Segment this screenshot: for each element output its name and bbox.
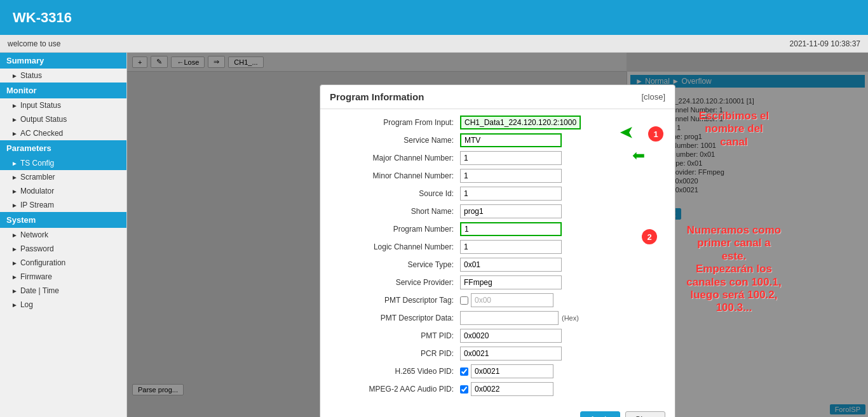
program-from-input-label: Program From Input: bbox=[333, 118, 460, 127]
field-pmt-descriptor-data: PMT Descriptor Data: (Hex) bbox=[333, 311, 662, 325]
sidebar-item-label: Log bbox=[20, 300, 33, 309]
sidebar-item-label: Scrambler bbox=[20, 173, 55, 182]
program-from-input-field[interactable] bbox=[460, 116, 581, 129]
sidebar-item-modulator[interactable]: ► Modulator bbox=[0, 184, 126, 198]
minor-channel-label: Minor Channel Number: bbox=[333, 171, 460, 180]
major-channel-label: Major Channel Number: bbox=[333, 154, 460, 162]
service-provider-field[interactable] bbox=[460, 275, 562, 289]
sidebar-item-log[interactable]: ► Log bbox=[0, 298, 126, 312]
h265-pid-field[interactable] bbox=[471, 364, 553, 378]
sidebar-item-label: Configuration bbox=[20, 258, 65, 267]
source-id-field[interactable] bbox=[460, 187, 562, 201]
close-button[interactable]: Close bbox=[625, 411, 665, 417]
field-mpeg2-pid: MPEG-2 AAC Audio PID: bbox=[333, 382, 662, 396]
sidebar-item-label: Date | Time bbox=[20, 286, 59, 295]
short-name-field[interactable] bbox=[460, 204, 562, 218]
dialog-title: Program Information bbox=[330, 91, 424, 102]
content-area: + ✎ ←Lose ⇒ CH1_... ► Normal ► Overflow … bbox=[127, 53, 868, 417]
dialog-close-link[interactable]: [close] bbox=[641, 92, 665, 102]
sidebar-item-label: AC Checked bbox=[20, 129, 63, 138]
sidebar-item-ts-config[interactable]: ► TS Config bbox=[0, 156, 126, 170]
sidebar-item-input-status[interactable]: ► Input Status bbox=[0, 98, 126, 112]
major-channel-field[interactable] bbox=[460, 151, 562, 165]
field-major-channel: Major Channel Number: bbox=[333, 151, 662, 165]
source-id-label: Source Id: bbox=[333, 189, 460, 198]
sidebar-item-output-status[interactable]: ► Output Status bbox=[0, 112, 126, 126]
pmt-descriptor-tag-label: PMT Descriptor Tag: bbox=[333, 296, 460, 305]
sidebar-item-network[interactable]: ► Network bbox=[0, 228, 126, 242]
sidebar-item-ip-stream[interactable]: ► IP Stream bbox=[0, 198, 126, 212]
sidebar-item-label: Password bbox=[20, 244, 54, 253]
sidebar-section-system: System bbox=[0, 212, 126, 228]
service-name-field[interactable] bbox=[460, 133, 562, 147]
arrow-icon: ► bbox=[11, 260, 18, 267]
service-provider-label: Service Provider: bbox=[333, 278, 460, 287]
pmt-descriptor-data-field[interactable] bbox=[460, 311, 559, 325]
field-short-name: Short Name: bbox=[333, 204, 662, 218]
field-logic-channel: Logic Channel Number: bbox=[333, 240, 662, 254]
field-pcr-pid: PCR PID: bbox=[333, 347, 662, 361]
sidebar-item-label: Status bbox=[20, 71, 42, 80]
sidebar-section-monitor: Monitor bbox=[0, 83, 126, 98]
field-pmt-pid: PMT PID: bbox=[333, 329, 662, 343]
logic-channel-label: Logic Channel Number: bbox=[333, 242, 460, 251]
mpeg2-pid-row bbox=[460, 382, 553, 396]
arrow-icon: ► bbox=[11, 202, 18, 209]
sidebar-item-label: TS Config bbox=[20, 159, 54, 168]
arrow-icon: ► bbox=[11, 174, 18, 181]
sidebar-item-label: Output Status bbox=[20, 115, 67, 124]
pmt-pid-field[interactable] bbox=[460, 329, 562, 343]
sidebar-item-ac-checked[interactable]: ► AC Checked bbox=[0, 126, 126, 140]
mpeg2-pid-checkbox[interactable] bbox=[460, 385, 468, 394]
arrow-icon: ► bbox=[11, 102, 18, 109]
arrow-icon: ► bbox=[11, 160, 18, 167]
program-info-dialog: Program Information [close] Program From… bbox=[320, 84, 675, 417]
h265-pid-row bbox=[460, 364, 553, 378]
arrow-icon: ► bbox=[11, 301, 18, 308]
field-minor-channel: Minor Channel Number: bbox=[333, 169, 662, 183]
hex-suffix: (Hex) bbox=[562, 314, 579, 322]
sidebar-item-datetime[interactable]: ► Date | Time bbox=[0, 284, 126, 298]
service-type-field[interactable] bbox=[460, 258, 562, 272]
pmt-descriptor-tag-row bbox=[460, 293, 553, 307]
arrow-icon: ► bbox=[11, 232, 18, 239]
callout-bubble-1: 1 bbox=[648, 126, 663, 142]
arrow-icon: ► bbox=[11, 116, 18, 123]
topbar: welcome to use 2021-11-09 10:38:37 bbox=[0, 35, 868, 53]
sidebar-item-label: IP Stream bbox=[20, 201, 54, 209]
sidebar-item-status[interactable]: ► Status bbox=[0, 69, 126, 83]
mpeg2-pid-label: MPEG-2 AAC Audio PID: bbox=[333, 385, 460, 394]
arrow-icon: ► bbox=[11, 130, 18, 137]
h265-pid-checkbox[interactable] bbox=[460, 367, 468, 376]
pcr-pid-field[interactable] bbox=[460, 347, 562, 361]
field-program-from-input: Program From Input: bbox=[333, 116, 662, 129]
app-header: WK-3316 bbox=[0, 0, 868, 35]
h265-pid-label: H.265 Video PID: bbox=[333, 367, 460, 376]
field-service-name: Service Name: bbox=[333, 133, 662, 147]
field-program-number: Program Number: bbox=[333, 222, 662, 236]
form-body: Program From Input: Service Name: Major … bbox=[320, 109, 675, 406]
minor-channel-field[interactable] bbox=[460, 169, 562, 183]
arrow-icon: ► bbox=[11, 274, 18, 281]
sidebar-item-scrambler[interactable]: ► Scrambler bbox=[0, 170, 126, 184]
field-h265-pid: H.265 Video PID: bbox=[333, 364, 662, 378]
apply-button[interactable]: Apply bbox=[580, 411, 620, 417]
datetime-text: 2021-11-09 10:38:37 bbox=[790, 39, 860, 48]
arrow-icon: ► bbox=[11, 246, 18, 253]
pmt-descriptor-data-row: (Hex) bbox=[460, 311, 579, 325]
sidebar-item-configuration[interactable]: ► Configuration bbox=[0, 256, 126, 270]
welcome-text: welcome to use bbox=[8, 39, 60, 48]
mpeg2-pid-field[interactable] bbox=[471, 382, 553, 396]
sidebar-item-password[interactable]: ► Password bbox=[0, 242, 126, 256]
sidebar-item-firmware[interactable]: ► Firmware bbox=[0, 270, 126, 284]
dialog-footer: Apply Close bbox=[320, 406, 675, 417]
short-name-label: Short Name: bbox=[333, 207, 460, 216]
pmt-descriptor-tag-checkbox[interactable] bbox=[460, 296, 468, 305]
sidebar-section-parameters: Parameters bbox=[0, 140, 126, 156]
field-service-type: Service Type: bbox=[333, 258, 662, 272]
program-number-field[interactable] bbox=[460, 222, 562, 236]
arrow-icon: ► bbox=[11, 288, 18, 295]
logic-channel-field[interactable] bbox=[460, 240, 562, 254]
pmt-descriptor-tag-field[interactable] bbox=[471, 293, 553, 307]
sidebar-section-summary: Summary bbox=[0, 53, 126, 69]
